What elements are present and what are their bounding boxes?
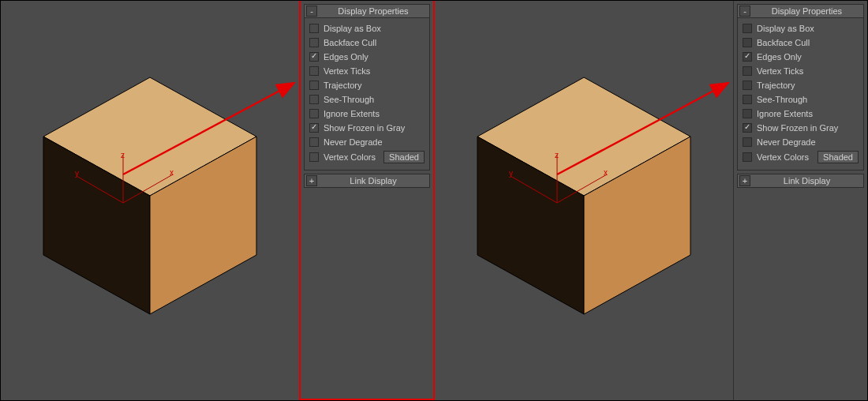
check-icon: ✓ [744, 123, 750, 131]
checkbox-row: ✓Show Frozen in Gray [743, 121, 859, 135]
checkbox[interactable] [743, 95, 752, 104]
checkbox-row: Ignore Extents [309, 107, 425, 121]
checkbox[interactable]: ✓ [743, 52, 752, 62]
header-title: Display Properties [750, 6, 863, 16]
checkbox-label: Ignore Extents [757, 109, 813, 118]
axis-z-label: z [121, 151, 125, 159]
left-viewport[interactable]: z x y [1, 1, 299, 400]
shaded-button[interactable]: Shaded [383, 151, 425, 163]
axis-x-label: x [170, 168, 174, 177]
svg-line-6 [123, 174, 173, 203]
left-panel: - Display Properties Display as BoxBackf… [299, 1, 433, 400]
checkbox[interactable] [309, 95, 319, 104]
checkbox-row: ✓Edges Only [743, 50, 859, 64]
checkbox[interactable] [743, 109, 752, 118]
axis-z-label: z [555, 151, 559, 159]
display-properties-header[interactable]: - Display Properties [737, 4, 864, 18]
check-icon: ✓ [311, 123, 317, 131]
axis-x-label: x [604, 168, 608, 177]
minus-icon: - [310, 7, 313, 16]
checkbox-label: Trajectory [324, 81, 362, 90]
checkbox-label: Never Degrade [757, 137, 816, 147]
svg-line-15 [511, 176, 557, 203]
right-viewport[interactable]: z x y [435, 1, 733, 400]
expand-toggle[interactable]: + [306, 175, 317, 186]
svg-line-7 [77, 176, 123, 203]
axis-y-label: y [75, 169, 79, 178]
link-display-header[interactable]: + Link Display [304, 174, 430, 188]
checkbox-label: Ignore Extents [324, 109, 380, 118]
checkbox-label: Show Frozen in Gray [757, 123, 838, 133]
checkbox[interactable] [309, 81, 319, 90]
checkbox-row: Ignore Extents [743, 107, 859, 121]
checkbox[interactable] [743, 24, 752, 33]
svg-line-14 [557, 174, 607, 203]
collapse-toggle[interactable]: - [306, 6, 317, 17]
checkbox[interactable] [743, 66, 752, 76]
checkbox[interactable] [309, 38, 319, 47]
checkbox-row: Display as Box [309, 21, 425, 36]
checkbox-row: Backface Cull [309, 36, 425, 50]
left-half: z x y - Display Properties Display as Bo… [1, 1, 435, 400]
checkbox-row: Never Degrade [309, 135, 425, 149]
checkbox-row: Trajectory [309, 78, 425, 92]
checkbox-row: Vertex ColorsShaded [309, 149, 425, 165]
checkbox-row: Vertex ColorsShaded [743, 149, 859, 165]
checkbox[interactable] [743, 137, 752, 147]
checkbox-row: ✓Edges Only [309, 50, 425, 64]
shaded-button[interactable]: Shaded [817, 151, 859, 163]
checkbox-label: Display as Box [324, 24, 381, 33]
minus-icon: - [743, 7, 746, 16]
check-icon: ✓ [311, 52, 317, 60]
checkbox-row: Vertex Ticks [743, 64, 859, 78]
header-title: Link Display [750, 176, 863, 186]
checkbox-row: ✓Show Frozen in Gray [309, 121, 425, 135]
svg-line-4 [123, 83, 294, 174]
checkbox-label: Vertex Ticks [324, 66, 370, 76]
svg-line-12 [557, 83, 728, 174]
checkbox[interactable]: ✓ [309, 123, 319, 133]
checkbox-label: Vertex Colors [324, 152, 376, 162]
left-callout-arrow [1, 1, 301, 400]
right-half: z x y - Display Properties Display as Bo… [435, 1, 867, 400]
plus-icon: + [743, 177, 747, 186]
checkbox[interactable]: ✓ [743, 123, 752, 133]
checkbox[interactable] [309, 152, 319, 162]
right-callout-arrow [435, 1, 735, 400]
header-title: Display Properties [317, 6, 429, 16]
checkbox-row: See-Through [309, 92, 425, 107]
display-properties-body: Display as BoxBackface Cull✓Edges OnlyVe… [737, 18, 864, 171]
display-properties-body: Display as BoxBackface Cull✓Edges OnlyVe… [304, 18, 430, 171]
checkbox-label: See-Through [757, 95, 807, 104]
display-properties-header[interactable]: - Display Properties [304, 4, 430, 18]
checkbox[interactable] [309, 109, 319, 118]
checkbox[interactable] [309, 137, 319, 147]
check-icon: ✓ [744, 52, 750, 60]
checkbox[interactable] [743, 38, 752, 47]
checkbox-label: Backface Cull [757, 38, 810, 47]
checkbox[interactable] [309, 24, 319, 33]
axis-y-label: y [509, 169, 513, 178]
checkbox-row: Display as Box [743, 21, 859, 36]
checkbox-label: See-Through [324, 95, 374, 104]
checkbox-label: Vertex Ticks [757, 66, 803, 76]
checkbox-label: Edges Only [757, 52, 802, 62]
link-display-header[interactable]: + Link Display [737, 174, 864, 188]
checkbox-label: Show Frozen in Gray [324, 123, 405, 133]
checkbox-row: Backface Cull [743, 36, 859, 50]
checkbox[interactable]: ✓ [309, 52, 319, 62]
checkbox-row: Trajectory [743, 78, 859, 92]
checkbox-label: Vertex Colors [757, 152, 809, 162]
expand-toggle[interactable]: + [739, 175, 750, 186]
checkbox-row: See-Through [743, 92, 859, 107]
checkbox[interactable] [309, 66, 319, 76]
right-panel: - Display Properties Display as BoxBackf… [733, 1, 867, 400]
checkbox-label: Edges Only [324, 52, 369, 62]
checkbox[interactable] [743, 152, 752, 162]
header-title: Link Display [317, 176, 429, 186]
checkbox[interactable] [743, 81, 752, 90]
plus-icon: + [309, 177, 314, 186]
checkbox-row: Vertex Ticks [309, 64, 425, 78]
checkbox-label: Backface Cull [324, 38, 376, 47]
collapse-toggle[interactable]: - [739, 6, 750, 17]
